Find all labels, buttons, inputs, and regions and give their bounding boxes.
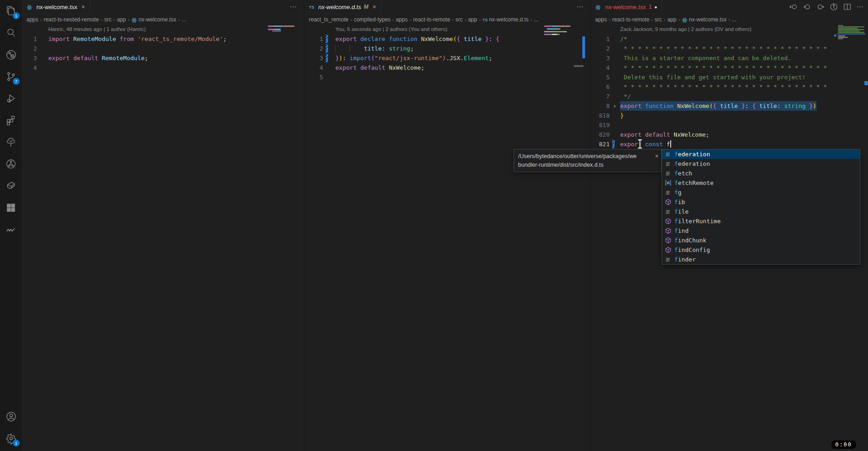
sidebar-item-bookmarks[interactable] <box>0 219 22 241</box>
line-number[interactable]: 818 <box>591 111 610 120</box>
breadcrumb-item[interactable]: src <box>456 16 463 23</box>
line-number[interactable]: 821 <box>591 139 610 149</box>
breadcrumb-item[interactable]: ... <box>732 16 736 23</box>
dirty-indicator-icon[interactable]: ● <box>654 5 657 10</box>
line-number[interactable]: 1 <box>22 34 37 44</box>
code-line[interactable]: 8›export function NxWelcome({ title }: {… <box>591 101 868 111</box>
breadcrumb-item[interactable]: app <box>468 16 477 23</box>
sidebar-item-gitlens[interactable] <box>0 44 22 66</box>
suggest-item-federation[interactable]: federation <box>662 159 860 169</box>
line-number[interactable]: 2 <box>304 44 323 53</box>
suggest-item-fib[interactable]: fib <box>662 197 860 207</box>
accounts-button[interactable] <box>0 405 22 427</box>
minimap[interactable] <box>837 25 868 43</box>
code-editor[interactable]: Hanric, 48 minutes ago | 1 author (Hanri… <box>22 25 304 72</box>
code-line[interactable]: 6 * * * * * * * * * * * * * * * * * * * … <box>591 82 868 92</box>
sidebar-item-explorer[interactable]: 1 <box>0 0 22 22</box>
sidebar-item-source-control[interactable]: 7 <box>0 66 22 87</box>
line-number[interactable]: 1 <box>304 34 323 44</box>
code-line[interactable]: 4 * * * * * * * * * * * * * * * * * * * … <box>591 63 868 72</box>
sidebar-item-git-graph[interactable] <box>0 153 22 175</box>
next-change-icon[interactable] <box>817 3 824 10</box>
code-line[interactable]: 7 */ <box>591 92 868 101</box>
fold-chevron-icon[interactable]: › <box>613 101 616 111</box>
line-number[interactable]: 3 <box>304 53 323 63</box>
code-line[interactable]: 820export default NxWelcome; <box>591 130 868 139</box>
suggest-item-fg[interactable]: fg <box>662 188 860 197</box>
suggest-item-file[interactable]: file <box>662 207 860 216</box>
suggest-item-find[interactable]: find <box>662 226 860 236</box>
code-line[interactable]: 2 <box>22 44 304 53</box>
more-actions-icon[interactable]: ⋯ <box>290 0 304 14</box>
settings-button[interactable]: 1 <box>0 427 22 449</box>
breadcrumb-item[interactable]: apps <box>595 16 607 23</box>
gitlens-history-icon[interactable] <box>830 3 838 11</box>
suggest-item-fetch[interactable]: fetch <box>662 169 860 178</box>
line-number[interactable]: 7 <box>591 92 610 101</box>
code-line[interactable]: 5 <box>304 72 591 82</box>
more-actions-icon[interactable]: ⋯ <box>576 0 591 14</box>
minimap-slider[interactable] <box>272 30 281 32</box>
code-editor[interactable]: Zack Jackson, 9 months ago | 2 authors (… <box>591 25 868 149</box>
breadcrumb-item[interactable]: src <box>104 16 112 23</box>
line-number[interactable]: 8 <box>591 101 610 111</box>
close-icon[interactable]: × <box>655 152 658 160</box>
tab-nx-welcome-dts[interactable]: TS nx-welcome.d.ts M × <box>304 0 381 14</box>
line-number[interactable]: 4 <box>22 63 37 72</box>
minimap-slider[interactable] <box>574 65 584 67</box>
line-number[interactable]: 1 <box>591 34 610 44</box>
line-number[interactable]: 3 <box>22 53 37 63</box>
breadcrumb-item[interactable]: react-ts-remote <box>612 16 649 23</box>
split-editor-icon[interactable] <box>843 3 851 10</box>
code-line[interactable]: 3 This is a starter component and can be… <box>591 53 868 63</box>
tab-nx-welcome-tsx[interactable]: nx-welcome.tsx × <box>22 0 90 14</box>
code-line[interactable]: 4export default NxWelcome; <box>304 63 591 72</box>
breadcrumb-item[interactable]: react-ts-nested-remote <box>44 16 99 23</box>
code-line[interactable]: 5 Delete this file and get started with … <box>591 72 868 82</box>
line-number[interactable]: 820 <box>591 130 610 139</box>
line-number[interactable]: 5 <box>304 72 323 82</box>
suggest-item-finder[interactable]: finder <box>662 255 860 264</box>
breadcrumb-item[interactable]: nx-welcome.d.ts <box>489 16 529 23</box>
suggest-item-filterRuntime[interactable]: filterRuntime <box>662 216 860 226</box>
line-number[interactable]: 6 <box>591 82 610 92</box>
code-line[interactable]: 1import RemoteModule from 'react_ts_remo… <box>22 34 304 44</box>
breadcrumb-item[interactable]: compiled-types <box>354 16 390 23</box>
code-line[interactable]: 4 <box>22 63 304 72</box>
code-line[interactable]: 2 * * * * * * * * * * * * * * * * * * * … <box>591 44 868 53</box>
line-number[interactable]: 819 <box>591 120 610 130</box>
close-icon[interactable]: × <box>372 3 376 10</box>
close-icon[interactable]: × <box>82 3 85 10</box>
breadcrumb-item[interactable]: nx-welcome.tsx <box>689 16 727 23</box>
breadcrumb-item[interactable]: apps <box>26 16 38 23</box>
line-number[interactable]: 5 <box>591 72 610 82</box>
breadcrumb-item[interactable]: react_ts_remote <box>309 16 349 23</box>
suggest-item-findConfig[interactable]: findConfig <box>662 245 860 255</box>
sidebar-item-extensions[interactable] <box>0 109 22 131</box>
sidebar-item-test-tree[interactable] <box>0 131 22 153</box>
breadcrumb-item[interactable]: src <box>655 16 662 23</box>
line-number[interactable]: 4 <box>304 63 323 72</box>
line-number[interactable]: 4 <box>591 63 610 72</box>
breadcrumb-item[interactable]: ... <box>182 16 186 23</box>
prev-change-icon[interactable] <box>803 3 811 10</box>
code-line[interactable]: 821export const f <box>591 139 868 149</box>
suggest-item-fetchRemote[interactable]: fetchRemote <box>662 178 860 188</box>
breadcrumb-item[interactable]: nx-welcome.tsx <box>139 16 176 23</box>
codelens[interactable]: Zack Jackson, 9 months ago | 2 authors (… <box>591 25 868 34</box>
breadcrumb-item[interactable]: apps <box>396 16 408 23</box>
line-number[interactable]: 2 <box>591 44 610 53</box>
tab-nx-welcome-tsx-remote[interactable]: nx-welcome.tsx 1 ● <box>591 0 662 14</box>
breadcrumb-item[interactable]: react-ts-remote <box>413 16 450 23</box>
code-line[interactable]: 1/* <box>591 34 868 44</box>
breadcrumb-item[interactable]: app <box>117 16 126 23</box>
line-number[interactable]: 2 <box>22 44 37 53</box>
nav-back-icon[interactable] <box>789 3 798 10</box>
sidebar-item-search[interactable] <box>0 22 22 44</box>
sidebar-item-container-tools[interactable] <box>0 175 22 197</box>
sidebar-item-run-and-debug[interactable] <box>0 87 22 109</box>
codelens[interactable]: Hanric, 48 minutes ago | 1 author (Hanri… <box>22 25 304 34</box>
minimap[interactable] <box>544 25 587 61</box>
sidebar-item-remote-grid[interactable] <box>0 197 22 219</box>
more-actions-icon[interactable]: ⋯ <box>857 3 864 11</box>
